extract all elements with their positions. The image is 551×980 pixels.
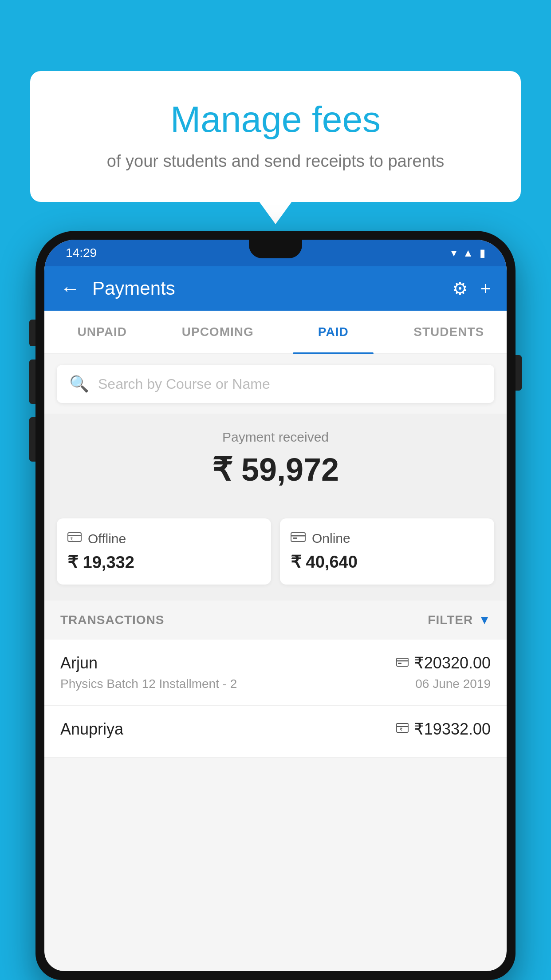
wifi-icon: ▾ (451, 247, 457, 259)
online-icon (291, 531, 306, 546)
online-payment-card: Online ₹ 40,640 (280, 518, 494, 585)
transaction-amount-arjun: ₹20320.00 (414, 654, 491, 672)
battery-icon: ▮ (480, 247, 485, 259)
tab-upcoming[interactable]: UPCOMING (160, 311, 276, 353)
offline-label: Offline (88, 531, 126, 546)
svg-rect-3 (291, 533, 305, 541)
tooltip-container: Manage fees of your students and send re… (30, 71, 521, 202)
search-bar[interactable]: 🔍 Search by Course or Name (57, 365, 494, 403)
offline-card-header: ₹ Offline (67, 531, 260, 546)
tooltip-title: Manage fees (66, 98, 485, 141)
app-bar-actions: ⚙ + (452, 278, 491, 299)
transactions-header: TRANSACTIONS FILTER ▼ (44, 601, 507, 640)
tab-students[interactable]: STUDENTS (391, 311, 507, 353)
tab-unpaid[interactable]: UNPAID (44, 311, 160, 353)
offline-payment-card: ₹ Offline ₹ 19,332 (57, 518, 271, 585)
svg-rect-9 (397, 723, 408, 732)
mute-button (29, 320, 35, 346)
tab-paid[interactable]: PAID (276, 311, 391, 353)
add-icon[interactable]: + (480, 279, 491, 299)
volume-down-button (29, 417, 35, 462)
offline-icon: ₹ (67, 531, 82, 546)
status-bar: 14:29 ▾ ▲ ▮ (44, 240, 507, 266)
transaction-row[interactable]: Anupriya ₹ ₹19332.00 (44, 706, 507, 758)
transaction-row-top: Arjun ₹20320.00 (60, 654, 491, 672)
offline-amount: ₹ 19,332 (67, 553, 260, 572)
transaction-date-arjun: 06 June 2019 (415, 677, 491, 691)
payment-received-amount: ₹ 59,972 (57, 451, 494, 488)
transaction-row-bottom: Physics Batch 12 Installment - 2 06 June… (60, 677, 491, 691)
transactions-label: TRANSACTIONS (60, 613, 164, 627)
filter-icon: ▼ (478, 613, 491, 627)
svg-text:₹: ₹ (70, 537, 73, 541)
filter-section[interactable]: FILTER ▼ (428, 613, 491, 627)
signal-icon: ▲ (463, 247, 473, 259)
svg-text:₹: ₹ (400, 727, 402, 732)
online-payment-icon (396, 656, 409, 670)
online-label: Online (312, 531, 350, 546)
payment-cards: ₹ Offline ₹ 19,332 Onli (44, 506, 507, 601)
tooltip-subtitle: of your students and send receipts to pa… (66, 152, 485, 171)
online-card-header: Online (291, 531, 484, 546)
tabs-bar: UNPAID UPCOMING PAID STUDENTS (44, 311, 507, 354)
status-icons: ▾ ▲ ▮ (451, 247, 485, 259)
payment-received-label: Payment received (57, 430, 494, 445)
transaction-amount-wrap: ₹20320.00 (396, 654, 491, 672)
search-placeholder: Search by Course or Name (98, 376, 270, 392)
transaction-name-arjun: Arjun (60, 654, 98, 672)
filter-label: FILTER (428, 613, 473, 627)
svg-rect-8 (398, 663, 401, 664)
back-button[interactable]: ← (60, 277, 80, 300)
transaction-amount-wrap: ₹ ₹19332.00 (396, 720, 491, 739)
app-bar-title: Payments (92, 278, 440, 299)
app-bar: ← Payments ⚙ + (44, 266, 507, 311)
offline-payment-icon: ₹ (396, 722, 409, 736)
payment-received-section: Payment received ₹ 59,972 (44, 414, 507, 506)
transaction-row[interactable]: Arjun ₹20320.00 Physics Batch 12 Install… (44, 640, 507, 706)
phone-screen: 14:29 ▾ ▲ ▮ ← Payments ⚙ + UNPAID UPCOMI… (44, 240, 507, 971)
transaction-amount-anupriya: ₹19332.00 (414, 720, 491, 739)
svg-rect-6 (397, 658, 408, 666)
online-amount: ₹ 40,640 (291, 552, 484, 572)
transaction-desc-arjun: Physics Batch 12 Installment - 2 (60, 677, 237, 691)
notch (249, 240, 302, 258)
status-time: 14:29 (66, 246, 97, 260)
search-icon: 🔍 (69, 375, 89, 393)
transaction-name-anupriya: Anupriya (60, 720, 123, 739)
settings-icon[interactable]: ⚙ (452, 278, 468, 299)
power-button (516, 355, 522, 391)
tooltip-bubble: Manage fees of your students and send re… (30, 71, 521, 202)
svg-rect-5 (293, 537, 297, 539)
transaction-row-top: Anupriya ₹ ₹19332.00 (60, 720, 491, 739)
volume-up-button (29, 360, 35, 404)
phone-frame: 14:29 ▾ ▲ ▮ ← Payments ⚙ + UNPAID UPCOMI… (35, 231, 516, 980)
